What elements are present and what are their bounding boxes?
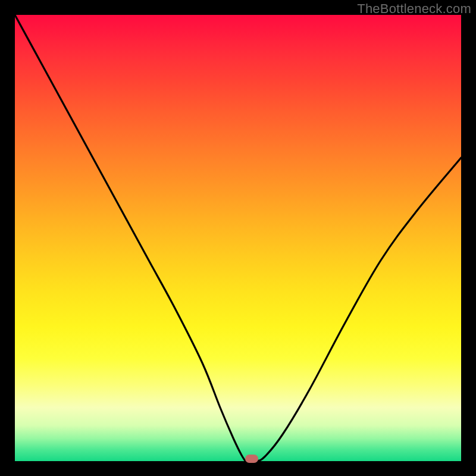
chart-frame: TheBottleneck.com xyxy=(0,0,476,476)
optimal-point-marker xyxy=(245,455,258,463)
plot-area xyxy=(15,15,461,461)
watermark-text: TheBottleneck.com xyxy=(357,1,471,17)
bottleneck-curve xyxy=(15,15,461,461)
